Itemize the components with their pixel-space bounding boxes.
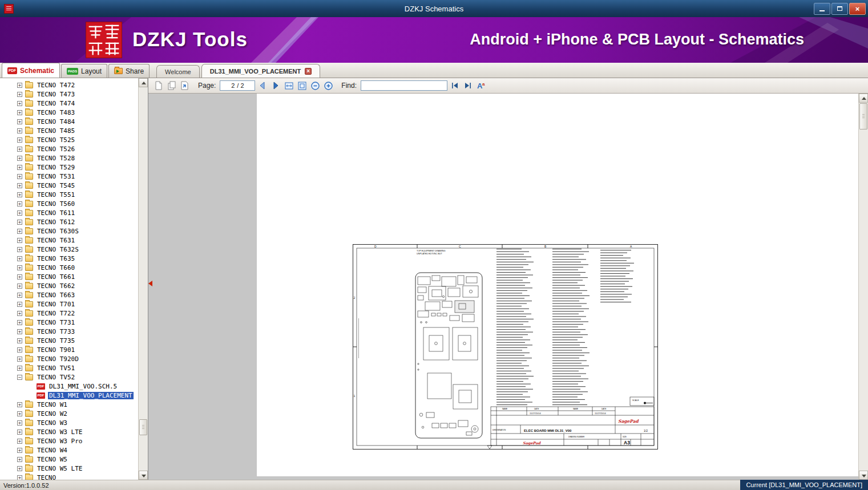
expand-toggle-icon[interactable]: +	[17, 174, 22, 179]
page-input[interactable]: 2 / 2	[220, 80, 255, 91]
expand-toggle-icon[interactable]: +	[17, 357, 22, 362]
tree-item-folder[interactable]: +TECNO T531	[0, 172, 138, 181]
export-page-button[interactable]	[179, 80, 191, 91]
tree-item-folder[interactable]: +TECNO T529	[0, 163, 138, 172]
tree-item-folder[interactable]: +TECNO T663	[0, 290, 138, 299]
tree-item-folder[interactable]: +TECNO T484	[0, 117, 138, 126]
sidebar-collapse-handle[interactable]	[148, 281, 152, 286]
viewer-scroll-up-icon[interactable]	[859, 94, 868, 103]
page-thumbnail-button[interactable]	[153, 80, 164, 91]
expand-toggle-icon[interactable]: +	[17, 183, 22, 188]
tree-item-folder[interactable]: +TECNO T474	[0, 99, 138, 108]
tree-item-folder[interactable]: +TECNO T473	[0, 90, 138, 99]
close-button[interactable]: ×	[849, 3, 866, 15]
expand-toggle-icon[interactable]: +	[17, 366, 22, 371]
expand-toggle-icon[interactable]: +	[17, 439, 22, 444]
expand-toggle-icon[interactable]: +	[17, 92, 22, 97]
expand-toggle-icon[interactable]: +	[17, 256, 22, 261]
viewer-canvas[interactable]: D C B A 2 1 TOP EQUIPMENT DRAWING UNPLAT…	[148, 94, 868, 480]
tree-item-folder[interactable]: +TECNO W3	[0, 418, 138, 427]
tree-item-folder[interactable]: +TECNO T662	[0, 281, 138, 290]
expand-toggle-icon[interactable]: +	[17, 101, 22, 106]
tree-item-folder[interactable]: +TECNO T611	[0, 208, 138, 217]
tree-item-folder[interactable]: +TECNO T472	[0, 80, 138, 90]
viewer-scrollbar-thumb[interactable]	[859, 103, 867, 129]
scroll-up-icon[interactable]	[139, 78, 148, 87]
expand-toggle-icon[interactable]: +	[17, 110, 22, 115]
expand-toggle-icon[interactable]: +	[17, 192, 22, 197]
expand-toggle-icon[interactable]: +	[17, 302, 22, 307]
tree-item-folder[interactable]: +TECNO W3 Pro	[0, 436, 138, 446]
expand-toggle-icon[interactable]: +	[17, 229, 22, 234]
tab-pads-layout[interactable]: PADS Layout	[61, 64, 107, 78]
tree-item-pdf[interactable]: PDFDL31_MMI_VOO_PLACEMENT	[0, 391, 138, 400]
viewer-scroll-down-icon[interactable]	[859, 471, 868, 480]
expand-toggle-icon[interactable]: +	[17, 475, 22, 480]
expand-toggle-icon[interactable]: +	[17, 274, 22, 280]
scroll-down-icon[interactable]	[139, 471, 148, 480]
tree-item-folder[interactable]: +TECNO T630S	[0, 226, 138, 236]
expand-toggle-icon[interactable]: +	[17, 165, 22, 170]
maximize-button[interactable]	[831, 3, 848, 15]
tree-item-folder[interactable]: +TECNO W2	[0, 409, 138, 418]
expand-toggle-icon[interactable]: +	[17, 201, 22, 206]
doc-tab-placement[interactable]: DL31_MMI_VOO_PLACEMENT ×	[201, 64, 321, 78]
expand-toggle-icon[interactable]: +	[17, 347, 22, 353]
expand-toggle-icon[interactable]: +	[17, 128, 22, 133]
tree-item-folder[interactable]: +TECNO W5 LTE	[0, 464, 138, 473]
expand-toggle-icon[interactable]: +	[17, 284, 22, 289]
text-size-icon[interactable]: Aa	[475, 80, 487, 91]
zoom-out-icon[interactable]	[309, 80, 321, 91]
tree-item-folder[interactable]: +TECNO TV51	[0, 363, 138, 372]
viewer-scrollbar[interactable]	[858, 94, 868, 480]
expand-toggle-icon[interactable]: +	[17, 83, 22, 88]
tree-item-folder[interactable]: +TECNO T483	[0, 108, 138, 117]
tree-item-folder[interactable]: +TECNO T901	[0, 345, 138, 354]
expand-toggle-icon[interactable]: +	[17, 156, 22, 161]
tree-item-folder[interactable]: +TECNO T722	[0, 309, 138, 318]
tree-item-folder[interactable]: +TECNO T701	[0, 299, 138, 309]
next-page-icon[interactable]	[270, 80, 281, 91]
tree-item-folder[interactable]: +TECNO T632S	[0, 245, 138, 254]
expand-toggle-icon[interactable]: +	[17, 238, 22, 243]
tree-item-folder[interactable]: +TECNO T661	[0, 272, 138, 281]
tree-item-folder[interactable]: +TECNO T551	[0, 190, 138, 199]
minimize-button[interactable]	[814, 3, 830, 15]
fit-width-icon[interactable]	[283, 80, 294, 91]
expand-toggle-icon[interactable]: +	[17, 265, 22, 270]
tree-item-folder[interactable]: +TECNO W5	[0, 455, 138, 464]
expand-toggle-icon[interactable]: +	[17, 311, 22, 316]
tab-share[interactable]: Share	[108, 64, 150, 78]
tree-item-folder[interactable]: −TECNO TV52	[0, 372, 138, 382]
tree-item-pdf[interactable]: PDFDL31_MMI_VOO.SCH.5	[0, 382, 138, 391]
sidebar-scrollbar[interactable]	[138, 78, 148, 480]
previous-page-icon[interactable]	[257, 80, 268, 91]
expand-toggle-icon[interactable]: +	[17, 293, 22, 298]
tab-close-icon[interactable]: ×	[305, 68, 312, 75]
tree-item-folder[interactable]: +TECNO T526	[0, 144, 138, 153]
collapse-toggle-icon[interactable]: −	[17, 375, 22, 380]
expand-toggle-icon[interactable]: +	[17, 411, 22, 416]
tree-item-folder[interactable]: +TECNO W1	[0, 400, 138, 409]
expand-toggle-icon[interactable]: +	[17, 402, 22, 407]
expand-toggle-icon[interactable]: +	[17, 220, 22, 225]
doc-tab-welcome[interactable]: Welcome	[156, 65, 200, 78]
expand-toggle-icon[interactable]: +	[17, 119, 22, 124]
expand-toggle-icon[interactable]: +	[17, 448, 22, 453]
tree-item-folder[interactable]: +TECNO T525	[0, 135, 138, 144]
tree-item-folder[interactable]: +TECNO T560	[0, 199, 138, 208]
find-input[interactable]	[361, 80, 447, 91]
expand-toggle-icon[interactable]: +	[17, 137, 22, 143]
expand-toggle-icon[interactable]: +	[17, 338, 22, 343]
tree-item-folder[interactable]: +TECNO T485	[0, 126, 138, 135]
expand-toggle-icon[interactable]: +	[17, 457, 22, 462]
tree-item-folder[interactable]: +TECNO T920D	[0, 354, 138, 363]
tree-item-folder[interactable]: +TECNO T528	[0, 153, 138, 163]
tree-item-folder[interactable]: +TECNO T612	[0, 217, 138, 226]
expand-toggle-icon[interactable]: +	[17, 466, 22, 471]
expand-toggle-icon[interactable]: +	[17, 430, 22, 435]
expand-toggle-icon[interactable]: +	[17, 420, 22, 426]
tree-item-folder[interactable]: +TECNO T545	[0, 181, 138, 190]
zoom-in-icon[interactable]	[322, 80, 334, 91]
tree-item-folder[interactable]: +TECNO W4	[0, 446, 138, 455]
